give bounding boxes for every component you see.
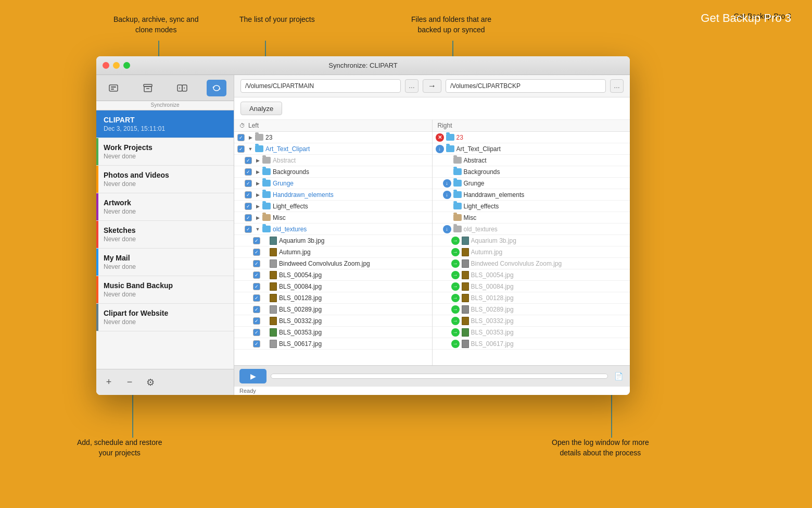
tree-checkbox[interactable]: ✓: [245, 180, 252, 187]
tree-checkbox[interactable]: ✓: [253, 306, 260, 313]
left-tree-row[interactable]: ✓Aquarium 3b.jpg: [234, 235, 432, 246]
project-item[interactable]: SketchesNever done: [96, 221, 234, 249]
remove-project-btn[interactable]: −: [123, 376, 136, 389]
tree-expander[interactable]: ▶: [254, 180, 261, 187]
tree-checkbox[interactable]: ✓: [253, 271, 260, 279]
left-tree-row[interactable]: ✓▶Backgrounds: [234, 166, 432, 178]
sync-direction-btn[interactable]: →: [423, 79, 441, 93]
right-tree-row[interactable]: Backgrounds: [433, 166, 630, 178]
analyze-btn[interactable]: Analyze: [240, 102, 282, 115]
tree-checkbox[interactable]: ✓: [253, 237, 260, 244]
tree-expander[interactable]: ▶: [254, 157, 261, 164]
tree-checkbox[interactable]: ✓: [245, 203, 252, 210]
right-tree-row[interactable]: →BLS_00084.jpg: [433, 281, 630, 292]
tree-expander[interactable]: ▶: [247, 134, 254, 141]
log-btn[interactable]: 📄: [612, 370, 625, 382]
right-tree-row[interactable]: →BLS_00332.jpg: [433, 315, 630, 327]
right-tree-row[interactable]: →BLS_00353.jpg: [433, 327, 630, 338]
project-item[interactable]: ArtworkNever done: [96, 193, 234, 221]
tree-checkbox[interactable]: ✓: [237, 145, 245, 153]
left-tree-row[interactable]: ✓▶Light_effects: [234, 201, 432, 212]
right-tree-row[interactable]: ↓Grunge: [433, 178, 630, 189]
left-tree-row[interactable]: ✓BLS_00054.jpg: [234, 269, 432, 281]
right-tree-row[interactable]: →BLS_00289.jpg: [433, 304, 630, 315]
tree-checkbox[interactable]: ✓: [245, 214, 252, 221]
project-item[interactable]: Work ProjectsNever done: [96, 138, 234, 166]
tree-checkbox[interactable]: ✓: [245, 168, 252, 176]
tree-checkbox[interactable]: ✓: [253, 283, 260, 290]
left-tree-row[interactable]: ✓▶Abstract: [234, 155, 432, 166]
left-tree-row[interactable]: ✓▶Misc: [234, 212, 432, 224]
tree-expander[interactable]: ▶: [254, 203, 261, 210]
right-tree-row[interactable]: Light_effects: [433, 201, 630, 212]
right-tree-row[interactable]: →Autumn.jpg: [433, 246, 630, 258]
tree-checkbox[interactable]: ✓: [245, 157, 252, 164]
left-tree-row[interactable]: ✓Bindweed Convolvulus Zoom.jpg: [234, 258, 432, 269]
progress-bar-area: ▶ 📄: [234, 365, 630, 387]
project-item[interactable]: Clipart for WebsiteNever done: [96, 304, 234, 331]
left-tree-row[interactable]: ✓BLS_00353.jpg: [234, 327, 432, 338]
left-tree-row[interactable]: ✓▶23: [234, 132, 432, 143]
left-tree-row[interactable]: ✓▶Handdrawn_elements: [234, 189, 432, 201]
tree-label: Aquarium 3b.jpg: [279, 237, 324, 244]
tree-checkbox[interactable]: ✓: [237, 134, 245, 141]
right-path-input[interactable]: [446, 79, 606, 93]
left-path-browse-btn[interactable]: …: [405, 79, 418, 93]
left-file-tree[interactable]: ⏱ Left ✓▶23✓▼Art_Text_Clipart✓▶Abstract✓…: [234, 120, 432, 365]
tree-label: Grunge: [464, 180, 485, 187]
right-tree-row[interactable]: →Bindweed Convolvulus Zoom.jpg: [433, 258, 630, 269]
right-tree-row[interactable]: ✕23: [433, 132, 630, 143]
status-text: Ready: [234, 387, 630, 395]
right-tree-row[interactable]: →BLS_00128.jpg: [433, 292, 630, 304]
minimize-button[interactable]: [113, 62, 120, 69]
tree-expander[interactable]: ▼: [254, 226, 261, 233]
left-tree-row[interactable]: ✓Autumn.jpg: [234, 246, 432, 258]
sync-mode-btn[interactable]: [207, 80, 226, 96]
folder-icon: [446, 145, 454, 152]
tree-label: BLS_00084.jpg: [279, 283, 322, 290]
right-tree-row[interactable]: ↓old_textures: [433, 224, 630, 235]
left-tree-row[interactable]: ✓▼Art_Text_Clipart: [234, 143, 432, 155]
right-tree-row[interactable]: ↓Art_Text_Clipart: [433, 143, 630, 155]
right-file-tree[interactable]: Right ✕23↓Art_Text_ClipartAbstractBackgr…: [433, 120, 630, 365]
project-item[interactable]: My MailNever done: [96, 249, 234, 276]
tree-checkbox[interactable]: ✓: [253, 260, 260, 267]
tree-expander[interactable]: ▶: [254, 191, 261, 199]
archive-mode-btn[interactable]: [138, 80, 158, 96]
right-tree-row[interactable]: Abstract: [433, 155, 630, 166]
left-tree-row[interactable]: ✓BLS_00332.jpg: [234, 315, 432, 327]
backup-mode-btn[interactable]: [104, 80, 123, 96]
tree-checkbox[interactable]: ✓: [253, 340, 260, 348]
left-tree-row[interactable]: ✓BLS_00084.jpg: [234, 281, 432, 292]
tree-checkbox[interactable]: ✓: [253, 317, 260, 325]
tree-checkbox[interactable]: ✓: [253, 249, 260, 256]
right-tree-row[interactable]: →BLS_00617.jpg: [433, 338, 630, 350]
add-project-btn[interactable]: +: [103, 376, 115, 389]
tree-expander[interactable]: ▼: [247, 145, 254, 153]
tree-checkbox[interactable]: ✓: [253, 329, 260, 336]
settings-btn[interactable]: ⚙: [144, 376, 157, 389]
right-tree-row[interactable]: ↓Handdrawn_elements: [433, 189, 630, 201]
right-tree-row[interactable]: →BLS_00054.jpg: [433, 269, 630, 281]
play-btn[interactable]: ▶: [239, 369, 267, 383]
left-path-input[interactable]: [240, 79, 401, 93]
tree-expander[interactable]: ▶: [254, 214, 261, 221]
close-button[interactable]: [103, 62, 109, 69]
project-item[interactable]: CLIPARTDec 3, 2015, 15:11:01: [96, 110, 234, 138]
maximize-button[interactable]: [123, 62, 130, 69]
left-tree-row[interactable]: ✓BLS_00289.jpg: [234, 304, 432, 315]
right-path-browse-btn[interactable]: …: [610, 79, 624, 93]
project-item[interactable]: Music Band BackupNever done: [96, 276, 234, 304]
tree-checkbox[interactable]: ✓: [245, 226, 252, 233]
left-tree-row[interactable]: ✓BLS_00617.jpg: [234, 338, 432, 350]
project-item[interactable]: Photos and VideosNever done: [96, 166, 234, 193]
left-tree-row[interactable]: ✓▶Grunge: [234, 178, 432, 189]
left-tree-row[interactable]: ✓BLS_00128.jpg: [234, 292, 432, 304]
tree-expander[interactable]: ▶: [254, 168, 261, 176]
tree-checkbox[interactable]: ✓: [253, 294, 260, 302]
tree-checkbox[interactable]: ✓: [245, 191, 252, 199]
clone-mode-btn[interactable]: [172, 80, 192, 96]
right-tree-row[interactable]: →Aquarium 3b.jpg: [433, 235, 630, 246]
right-tree-row[interactable]: Misc: [433, 212, 630, 224]
left-tree-row[interactable]: ✓▼old_textures: [234, 224, 432, 235]
